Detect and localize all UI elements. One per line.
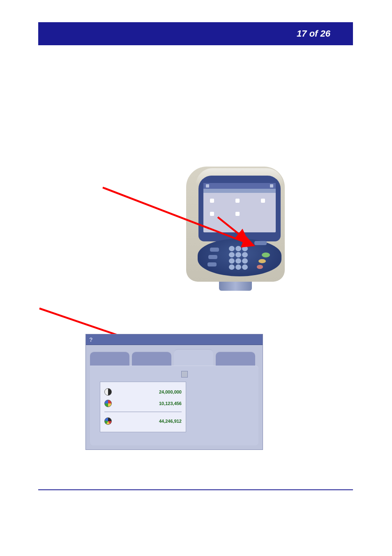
help-icon: ? [89,336,93,343]
tab-4[interactable] [216,352,255,366]
stop-button-icon [257,265,263,269]
feature-button [210,248,219,252]
page-number-banner: 17 of 26 [38,22,353,45]
color-counter-value: 10,123,456 [159,401,182,406]
footer-divider [38,489,353,490]
screen-icon-grid [203,193,276,226]
screen-status-bar: ? [86,334,263,345]
key [235,264,241,270]
key [229,264,235,270]
key [242,252,248,257]
tab-counters[interactable] [174,349,213,366]
key [229,246,235,251]
bw-counter-value: 24,000,000 [159,389,182,394]
bw-counter-icon [104,388,112,396]
color-counter-icon [104,400,112,407]
tab-1[interactable] [90,352,129,366]
key [235,258,241,264]
page-indicator: 17 of 26 [297,28,330,39]
start-button-icon [262,253,270,257]
total-counter-icon [104,417,112,425]
key [242,246,248,251]
screen-tab-row [203,189,276,193]
key [229,252,235,257]
counter-row-bw: 24,000,000 [104,386,182,398]
keypad-area [198,239,281,276]
panel-lcd-screen [203,183,276,232]
pause-button-icon [258,259,266,263]
key [235,252,241,257]
total-counter-value: 44,246,912 [159,419,182,424]
tab-body: 24,000,000 10,123,456 44,246,912 [90,366,258,445]
counter-row-total: 44,246,912 [104,415,182,427]
screen-status-bar [203,183,276,189]
screen-app-icon [235,199,240,203]
screen-app-icon [235,212,240,216]
key [242,258,248,264]
tab-row [86,345,263,366]
screen-battery-icon [270,184,273,188]
screen-app-icon [210,212,214,216]
feature-button [208,255,217,259]
machine-status-button [254,241,267,245]
counter-divider [104,412,182,412]
billing-counters-screen: ? 24,000,000 10,123,456 44,246,912 [85,334,263,450]
numeric-keypad [229,246,248,270]
feature-button [208,262,217,266]
counter-row-color: 10,123,456 [104,398,182,409]
screen-home-icon [206,184,209,188]
counter-box: 24,000,000 10,123,456 44,246,912 [100,382,186,432]
screen-app-icon [261,199,265,203]
key [242,264,248,270]
key [235,246,241,251]
info-tile-icon [181,371,188,378]
screen-app-icon [210,199,214,203]
tab-2[interactable] [132,352,171,366]
control-panel-illustration [182,167,289,294]
panel-body [186,167,285,282]
key [229,258,235,264]
